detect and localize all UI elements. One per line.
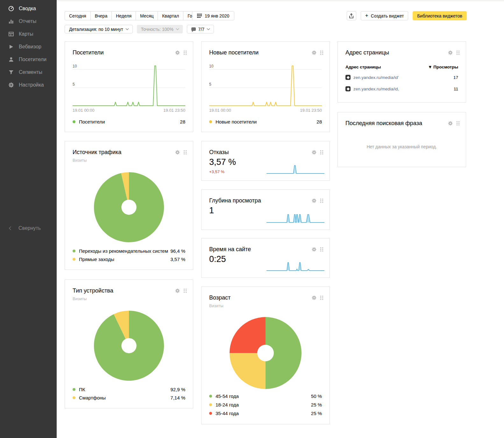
no-data-message: Нет данных за указанный период. [338,144,466,149]
create-widget-button[interactable]: + Создать виджет [361,11,408,20]
device-type-donut-chart [94,311,164,381]
widget-title: Тип устройства [73,287,113,294]
export-button[interactable] [347,11,356,20]
calendar-date-button[interactable]: 19 янв 2020 [192,11,234,20]
sidebar-item-maps[interactable]: Карты [0,28,57,40]
chevron-down-icon [125,27,129,30]
calendar-icon [197,14,202,18]
widget-settings-gear-icon[interactable] [312,247,316,252]
widget-drag-handle-icon[interactable] [320,296,323,300]
time-on-site-sparkline [266,261,324,271]
widget-library-button[interactable]: Библиотека виджетов [413,11,467,20]
zen-favicon [345,75,351,80]
bar-chart-icon [8,18,14,24]
traffic-source-donut-chart [94,172,164,242]
svg-text:5: 5 [209,82,211,87]
depth-sparkline [266,213,324,223]
sidebar-item-label: Отчеты [19,18,36,24]
legend-dot [73,120,75,123]
widget-drag-handle-icon[interactable] [184,51,187,55]
x-axis-end-label: 19.01 23:50 [163,108,185,113]
widget-title: Новые посетители [209,49,259,56]
goals-label: 7/7 [198,27,204,32]
sidebar: Сводка Отчеты Карты Вебвизор Посетители [0,0,57,438]
sidebar-item-settings[interactable]: Настройка [0,79,57,91]
new-visitors-line-chart: 510 [209,63,322,106]
page-url-link[interactable]: zen.yandex.ru/media/id, [353,87,454,91]
widget-title: Отказы [209,149,229,156]
widget-drag-handle-icon[interactable] [320,247,323,251]
kpi-value: 1 [209,206,214,215]
widget-drag-handle-icon[interactable] [320,199,323,203]
legend-item: 35-44 года 25 % [209,409,322,418]
widget-drag-handle-icon[interactable] [184,289,187,293]
accuracy-label: Точность: 100% [141,27,174,32]
legend-dot [73,258,75,261]
collapse-label: Свернуть [18,225,41,231]
legend-dot [209,120,212,123]
sidebar-item-label: Карты [19,31,33,37]
widget-settings-gear-icon[interactable] [448,121,453,126]
widget-settings-gear-icon[interactable] [312,295,316,300]
sidebar-item-reports[interactable]: Отчеты [0,15,57,28]
chevron-down-icon [207,27,210,30]
legend-dot [73,388,75,391]
gear-icon [8,82,14,88]
sidebar-item-summary[interactable]: Сводка [0,2,57,15]
widget-title: Источник трафика [73,149,121,156]
sidebar-collapse-button[interactable]: Свернуть [0,223,57,234]
column-header-views-sorted[interactable]: ▼ Просмотры [428,65,458,69]
widget-title: Посетители [73,49,104,56]
svg-text:10: 10 [209,64,214,68]
range-month-button[interactable]: Месяц [136,11,158,20]
range-today-button[interactable]: Сегодня [65,11,91,20]
legend-item: Переходы из рекомендательных систем 96,4… [73,247,185,255]
widget-traffic-source: Источник трафика Визиты Переходы из реко… [65,141,193,270]
range-yesterday-button[interactable]: Вчера [90,11,112,20]
sidebar-item-visitors[interactable]: Посетители [0,53,57,66]
main-content: Сегодня Вчера Неделя Месяц Квартал Год 1… [57,0,504,438]
legend-dot [209,395,212,398]
widget-title: Последняя поисковая фраза [345,120,422,127]
funnel-icon [8,69,14,75]
bounce-sparkline [266,164,324,174]
legend-dot [73,396,75,399]
widget-drag-handle-icon[interactable] [320,51,323,55]
widget-settings-gear-icon[interactable] [312,50,316,55]
widget-settings-gear-icon[interactable] [448,50,453,55]
range-week-button[interactable]: Неделя [111,11,136,20]
widget-settings-gear-icon[interactable] [312,150,316,155]
legend-item: 18-24 года 25 % [209,400,322,409]
detail-label: Детализация: по 10 минут [69,27,123,32]
widget-drag-handle-icon[interactable] [457,51,459,55]
range-quarter-button[interactable]: Квартал [158,11,183,20]
widget-settings-gear-icon[interactable] [175,50,180,55]
kpi-value: 0:25 [209,254,226,264]
views-value: 11 [454,87,458,91]
sidebar-item-segments[interactable]: Сегменты [0,66,57,79]
legend-item: Прямые заходы 3,57 % [73,255,185,263]
widget-time-on-site: Время на сайте 0:25 [201,238,330,278]
widget-settings-gear-icon[interactable] [175,150,180,155]
date-range-group: Сегодня Вчера Неделя Месяц Квартал Год [65,11,199,20]
legend-dot [73,250,75,252]
table-row: zen.yandex.ru/media/id, 11 [345,86,458,91]
person-icon [8,57,14,62]
widget-settings-gear-icon[interactable] [175,288,180,293]
goals-dropdown[interactable]: 7/7 [187,25,214,33]
page-url-link[interactable]: zen.yandex.ru/media/id’ [353,75,453,80]
accuracy-dropdown[interactable]: Точность: 100% [137,25,183,33]
toolbar-right: + Создать виджет Библиотека виджетов [347,11,467,20]
legend-dot [209,403,212,406]
kpi-value: 3,57 % [209,157,236,167]
widget-settings-gear-icon[interactable] [312,198,316,203]
widget-drag-handle-icon[interactable] [184,150,187,154]
sidebar-item-webvisor[interactable]: Вебвизор [0,40,57,53]
layout-icon [8,31,14,37]
detail-dropdown[interactable]: Детализация: по 10 минут [65,25,133,33]
widget-drag-handle-icon[interactable] [457,121,459,125]
widget-subtitle: Визиты [209,303,223,308]
column-header-url[interactable]: Адрес страницы [345,65,381,69]
widget-drag-handle-icon[interactable] [320,150,323,154]
widget-new-visitors: Новые посетители 510 19.01 00:00 19.01 2… [201,41,330,132]
